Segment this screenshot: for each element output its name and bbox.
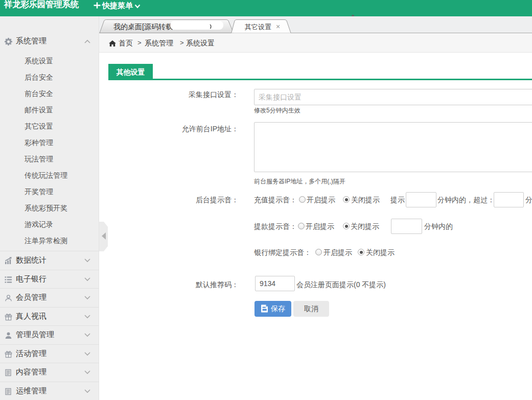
svg-text:我的桌面[源码转载: 我的桌面[源码转载: [113, 22, 173, 31]
svg-text:×: ×: [276, 22, 280, 31]
svg-text:其它设置: 其它设置: [245, 23, 271, 31]
